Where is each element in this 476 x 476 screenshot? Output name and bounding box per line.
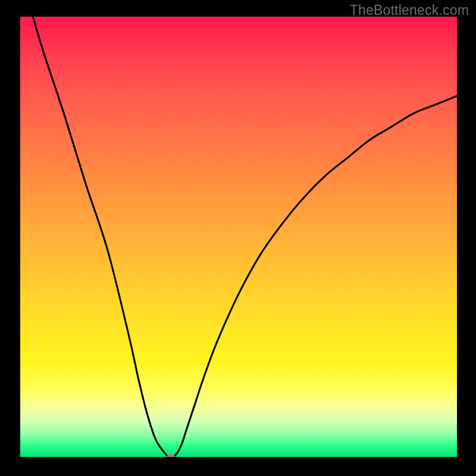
chart-frame: TheBottleneck.com <box>0 0 476 476</box>
optimal-marker-icon <box>167 455 175 458</box>
bottleneck-curve <box>20 17 457 457</box>
watermark-text: TheBottleneck.com <box>350 2 469 18</box>
plot-area <box>20 17 457 457</box>
